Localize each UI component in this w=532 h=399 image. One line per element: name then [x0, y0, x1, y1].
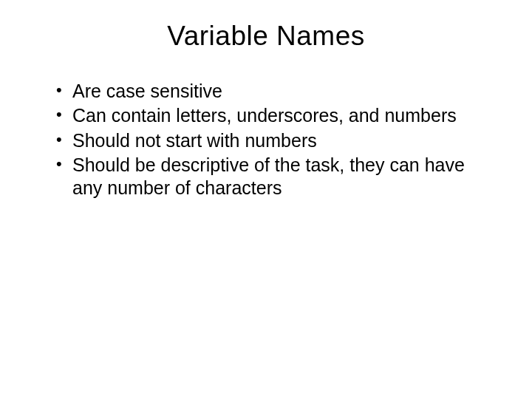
slide-container: Variable Names Are case sensitive Can co… — [0, 0, 532, 399]
bullet-item: Should not start with numbers — [56, 129, 497, 152]
bullet-item: Are case sensitive — [56, 80, 497, 103]
bullet-item: Can contain letters, underscores, and nu… — [56, 104, 497, 127]
slide-title: Variable Names — [35, 21, 497, 52]
bullet-item: Should be descriptive of the task, they … — [56, 154, 497, 200]
bullet-list: Are case sensitive Can contain letters, … — [35, 80, 497, 200]
